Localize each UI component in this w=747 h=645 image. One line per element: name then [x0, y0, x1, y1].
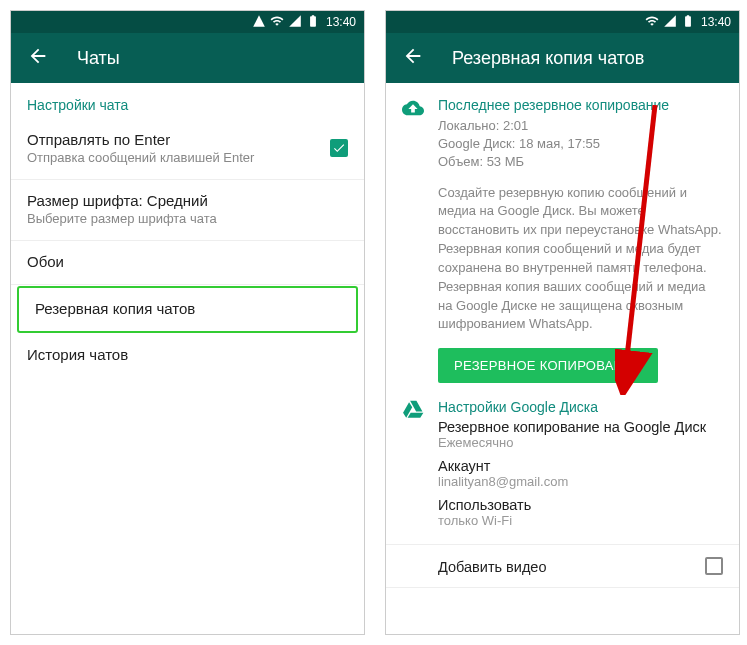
- row-sub: Ежемесячно: [438, 435, 723, 450]
- item-title: История чатов: [27, 346, 348, 363]
- phone-right: 13:40 Резервная копия чатов Последнее ре…: [385, 10, 740, 635]
- item-font-size[interactable]: Размер шрифта: Средний Выберите размер ш…: [11, 180, 364, 241]
- gdrive-settings-block: Настройки Google Диска Резервное копиров…: [386, 383, 739, 536]
- item-title: Размер шрифта: Средний: [27, 192, 348, 209]
- gdrive-backup-to[interactable]: Резервное копирование на Google Диск Еже…: [438, 419, 723, 450]
- row-title: Добавить видео: [438, 559, 547, 575]
- item-title: Обои: [27, 253, 348, 270]
- network-icon: [252, 14, 266, 31]
- status-time: 13:40: [701, 15, 731, 29]
- wifi-icon: [270, 14, 284, 31]
- item-chat-backup[interactable]: Резервная копия чатов: [19, 288, 356, 331]
- last-backup-block: Последнее резервное копирование Локально…: [386, 83, 739, 383]
- signal-icon: [663, 14, 677, 31]
- item-sub: Выберите размер шрифта чата: [27, 211, 348, 226]
- item-sub: Отправка сообщений клавишей Enter: [27, 150, 254, 165]
- phone-left: 13:40 Чаты Настройки чата Отправлять по …: [10, 10, 365, 635]
- item-title: Отправлять по Enter: [27, 131, 254, 148]
- backup-gdrive: Google Диск: 18 мая, 17:55: [438, 135, 723, 153]
- add-video-row[interactable]: Добавить видео: [386, 544, 739, 588]
- checkbox-icon[interactable]: [330, 139, 348, 157]
- row-title: Использовать: [438, 497, 723, 513]
- cloud-upload-icon: [402, 105, 424, 122]
- battery-icon: [681, 14, 695, 31]
- statusbar: 13:40: [386, 11, 739, 33]
- status-time: 13:40: [326, 15, 356, 29]
- signal-icon: [288, 14, 302, 31]
- item-wallpaper[interactable]: Обои: [11, 241, 364, 285]
- checkbox-icon[interactable]: [705, 557, 723, 575]
- backup-description: Создайте резервную копию сообщений и мед…: [438, 184, 723, 335]
- gdrive-account[interactable]: Аккаунт linalityan8@gmail.com: [438, 458, 723, 489]
- gdrive-icon: [402, 407, 424, 424]
- battery-icon: [306, 14, 320, 31]
- item-title: Резервная копия чатов: [35, 300, 340, 317]
- wifi-icon: [645, 14, 659, 31]
- back-icon[interactable]: [27, 45, 49, 71]
- page-title: Чаты: [77, 48, 120, 69]
- backup-size: Объем: 53 МБ: [438, 153, 723, 171]
- row-sub: linalityan8@gmail.com: [438, 474, 723, 489]
- backup-local: Локально: 2:01: [438, 117, 723, 135]
- row-title: Резервное копирование на Google Диск: [438, 419, 723, 435]
- item-chat-history[interactable]: История чатов: [11, 334, 364, 377]
- appbar: Чаты: [11, 33, 364, 83]
- row-title: Аккаунт: [438, 458, 723, 474]
- highlight-annotation: Резервная копия чатов: [17, 286, 358, 333]
- last-backup-header: Последнее резервное копирование: [438, 97, 723, 113]
- appbar: Резервная копия чатов: [386, 33, 739, 83]
- gdrive-use[interactable]: Использовать только Wi-Fi: [438, 497, 723, 528]
- row-sub: только Wi-Fi: [438, 513, 723, 528]
- back-icon[interactable]: [402, 45, 424, 71]
- page-title: Резервная копия чатов: [452, 48, 644, 69]
- gdrive-header: Настройки Google Диска: [438, 399, 723, 415]
- backup-now-button[interactable]: РЕЗЕРВНОЕ КОПИРОВАНИЕ: [438, 348, 658, 383]
- section-header: Настройки чата: [11, 83, 364, 119]
- statusbar: 13:40: [11, 11, 364, 33]
- item-enter-send[interactable]: Отправлять по Enter Отправка сообщений к…: [11, 119, 364, 180]
- content-area: Настройки чата Отправлять по Enter Отпра…: [11, 83, 364, 634]
- content-area: Последнее резервное копирование Локально…: [386, 83, 739, 634]
